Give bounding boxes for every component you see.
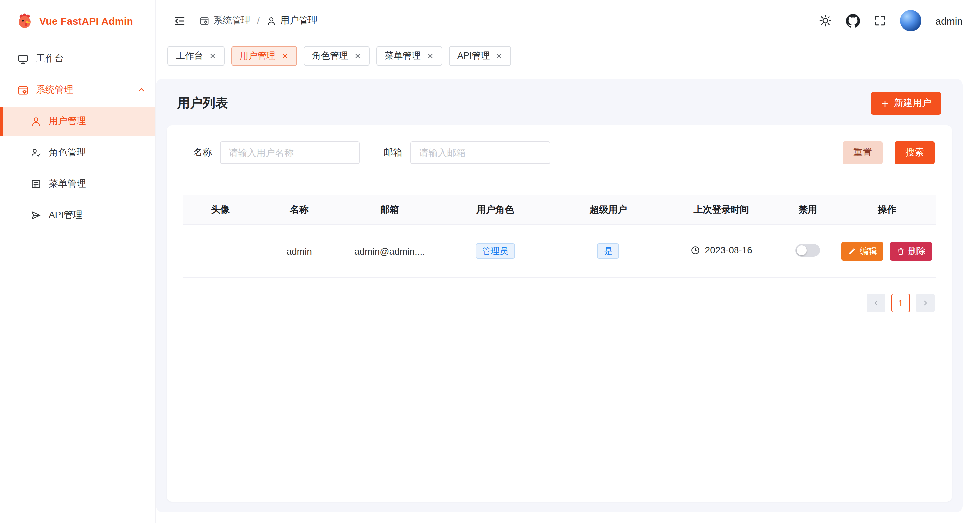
chevron-left-icon xyxy=(872,299,880,307)
github-icon[interactable] xyxy=(846,14,860,28)
new-user-button[interactable]: 新建用户 xyxy=(871,92,941,114)
name-filter-input[interactable] xyxy=(220,141,360,164)
cell-avatar xyxy=(183,224,258,278)
col-header-disabled: 禁用 xyxy=(778,195,838,224)
menu-list-icon xyxy=(31,178,41,189)
sidebar-item-system[interactable]: 系统管理 xyxy=(0,75,155,105)
username-label: admin xyxy=(935,15,963,26)
users-card: 名称 邮箱 重置 搜索 xyxy=(167,125,952,502)
user-avatar[interactable] xyxy=(900,10,921,31)
sidebar-item-workbench[interactable]: 工作台 xyxy=(0,44,155,73)
sidebar-item-menus[interactable]: 菜单管理 xyxy=(0,169,155,199)
trash-icon xyxy=(897,247,905,255)
sidebar: Vue FastAPI Admin 工作台 系统管理 xyxy=(0,0,156,523)
tab-api[interactable]: API管理 xyxy=(449,46,511,66)
col-header-role: 用户角色 xyxy=(439,195,552,224)
role-tag: 管理员 xyxy=(476,243,515,259)
top-header: 系统管理 / 用户管理 xyxy=(156,0,980,41)
close-icon[interactable] xyxy=(496,52,503,59)
close-icon[interactable] xyxy=(282,52,288,59)
filter-bar: 名称 邮箱 重置 搜索 xyxy=(183,141,936,164)
user-icon xyxy=(266,16,277,25)
breadcrumb-item-users[interactable]: 用户管理 xyxy=(266,15,318,27)
col-header-actions: 操作 xyxy=(838,195,936,224)
plus-icon xyxy=(881,99,889,108)
fullscreen-icon[interactable] xyxy=(874,15,886,27)
sidebar-menu: 工作台 系统管理 用户管理 xyxy=(0,41,155,232)
cell-actions: 编辑 删除 xyxy=(838,224,936,278)
cell-role: 管理员 xyxy=(439,224,552,278)
breadcrumb: 系统管理 / 用户管理 xyxy=(199,15,318,27)
superuser-tag: 是 xyxy=(597,243,619,259)
sidebar-item-label: API管理 xyxy=(49,209,82,221)
sidebar-item-users[interactable]: 用户管理 xyxy=(0,107,155,136)
sidebar-item-label: 角色管理 xyxy=(49,146,86,159)
col-header-superuser: 超级用户 xyxy=(552,195,665,224)
col-header-avatar: 头像 xyxy=(183,195,258,224)
sidebar-item-label: 菜单管理 xyxy=(49,178,86,190)
sidebar-item-api[interactable]: API管理 xyxy=(0,200,155,230)
cell-lastlogin: 2023-08-16 xyxy=(665,224,778,278)
pagination-page-1[interactable]: 1 xyxy=(891,294,910,312)
pagination-prev-button[interactable] xyxy=(867,294,885,312)
toggle-knob xyxy=(797,245,807,255)
close-icon[interactable] xyxy=(354,52,361,59)
col-header-lastlogin: 上次登录时间 xyxy=(665,195,778,224)
tabs-bar: 工作台 用户管理 角色管理 菜单管理 API管理 xyxy=(156,41,980,71)
cell-superuser: 是 xyxy=(552,224,665,278)
clock-icon xyxy=(690,245,700,255)
main-area: 系统管理 / 用户管理 xyxy=(156,0,980,523)
app-title: Vue FastAPI Admin xyxy=(39,15,133,26)
api-icon xyxy=(31,210,41,221)
content-area: 用户列表 新建用户 名称 邮箱 重置 搜索 xyxy=(156,71,980,523)
tab-users[interactable]: 用户管理 xyxy=(231,46,297,66)
app-root: Vue FastAPI Admin 工作台 系统管理 xyxy=(0,0,980,523)
tab-workbench[interactable]: 工作台 xyxy=(167,46,224,66)
theme-toggle-icon[interactable] xyxy=(819,14,832,27)
close-icon[interactable] xyxy=(209,52,216,59)
disable-toggle[interactable] xyxy=(795,243,820,256)
sidebar-collapse-icon[interactable] xyxy=(173,14,186,27)
tab-menus[interactable]: 菜单管理 xyxy=(376,46,442,66)
pagination-next-button[interactable] xyxy=(916,294,935,312)
breadcrumb-separator: / xyxy=(257,15,260,26)
close-icon[interactable] xyxy=(427,52,433,59)
table-row: admin admin@admin.... 管理员 是 xyxy=(183,224,936,278)
table-header-row: 头像 名称 邮箱 用户角色 超级用户 上次登录时间 禁用 操作 xyxy=(183,195,936,224)
name-filter-label: 名称 xyxy=(193,146,212,159)
sidebar-item-roles[interactable]: 角色管理 xyxy=(0,138,155,167)
email-filter-input[interactable] xyxy=(410,141,550,164)
role-icon xyxy=(31,147,41,158)
chicken-logo-icon xyxy=(16,12,33,29)
system-settings-icon xyxy=(199,16,209,25)
cell-name: admin xyxy=(258,224,341,278)
edit-button[interactable]: 编辑 xyxy=(842,242,884,260)
reset-button[interactable]: 重置 xyxy=(843,141,883,164)
users-table: 头像 名称 邮箱 用户角色 超级用户 上次登录时间 禁用 操作 xyxy=(183,194,936,278)
pagination: 1 xyxy=(183,294,936,312)
sidebar-item-label: 系统管理 xyxy=(36,84,73,96)
cell-disabled xyxy=(778,224,838,278)
chevron-up-icon xyxy=(137,85,146,95)
workbench-icon xyxy=(18,53,29,64)
col-header-name: 名称 xyxy=(258,195,341,224)
content-panel: 用户列表 新建用户 名称 邮箱 重置 搜索 xyxy=(156,79,963,512)
delete-button[interactable]: 删除 xyxy=(890,242,932,260)
pencil-icon xyxy=(848,247,856,255)
page-header: 用户列表 新建用户 xyxy=(167,85,952,125)
breadcrumb-item-system[interactable]: 系统管理 xyxy=(199,15,250,27)
tab-roles[interactable]: 角色管理 xyxy=(304,46,369,66)
page-title: 用户列表 xyxy=(177,95,228,112)
email-filter-label: 邮箱 xyxy=(384,146,402,159)
system-settings-icon xyxy=(18,84,29,95)
app-logo: Vue FastAPI Admin xyxy=(0,0,155,41)
search-button[interactable]: 搜索 xyxy=(895,141,935,164)
sidebar-item-label: 用户管理 xyxy=(49,115,86,127)
header-actions: admin xyxy=(819,10,963,31)
cell-email: admin@admin.... xyxy=(341,224,439,278)
sidebar-item-label: 工作台 xyxy=(36,52,64,65)
chevron-right-icon xyxy=(921,299,929,307)
col-header-email: 邮箱 xyxy=(341,195,439,224)
user-icon xyxy=(31,116,41,127)
